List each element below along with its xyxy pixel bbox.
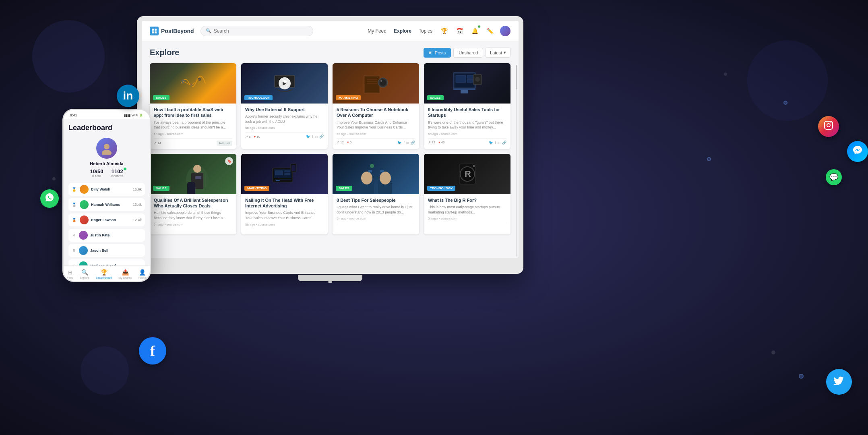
svg-text:R: R [465, 169, 471, 179]
twitter-share-3[interactable]: 🐦 [397, 141, 402, 145]
filter-latest-dropdown[interactable]: Latest ▾ [486, 48, 510, 58]
compose-button[interactable]: ✏️ [485, 26, 495, 36]
twitter-share-2[interactable]: 🐦 [306, 135, 310, 139]
linkedin-share-3[interactable]: in [406, 141, 409, 145]
svg-rect-35 [187, 182, 195, 194]
phone-nav-myshares[interactable]: 📤 My Shares [118, 269, 132, 279]
facebook-icon[interactable]: f [139, 337, 166, 365]
app-header: PostBeyond 🔍 My Feed Explore Topics 🏆 📅 … [142, 21, 519, 41]
main-content: Explore All Posts Unshared Latest ▾ [142, 41, 519, 258]
phone-content: Leaderboard Heberti Almeida 10/50 RANK 1… [64, 119, 150, 265]
article-card-4[interactable]: SALES 9 Incredibly Useful Sales Tools fo… [424, 63, 510, 149]
card-actions-2: ↗ 6 ♥ 10 🐦 f in [245, 132, 324, 139]
nav-myfeed[interactable]: My Feed [368, 28, 386, 34]
phone-nav-explore[interactable]: 🔍 Explore [80, 269, 89, 279]
facebook-share-2[interactable]: f [312, 135, 313, 139]
phone-nav-feed[interactable]: ⊞ Feed [67, 269, 73, 279]
logo-text: PostBeyond [161, 28, 194, 34]
facebook-share-4[interactable]: f [495, 141, 496, 145]
share-icons-3: 🐦 f in 🔗 [397, 141, 415, 145]
facebook-share-3[interactable]: f [403, 141, 405, 145]
card-body-2: Why Use External It Support Apple's form… [241, 104, 328, 142]
svg-point-57 [104, 144, 110, 149]
card-tag-5: SALES [153, 186, 169, 191]
lb-item-5[interactable]: 5 Jason Bell [68, 244, 145, 257]
card-title-5: Qualities Of A Brilliant Salesperson Who… [154, 197, 232, 209]
messenger-icon[interactable] [847, 141, 868, 162]
trophy-button[interactable]: 🏆 [439, 26, 449, 36]
filter-buttons: All Posts Unshared Latest ▾ [424, 48, 510, 58]
lb-item-1[interactable]: 🥇 Billy Walsh 15.6k [68, 183, 145, 196]
chat-symbol: 💬 [829, 173, 838, 182]
chat-bubble-icon[interactable]: 💬 [826, 169, 842, 185]
linkedin-icon[interactable]: in [117, 85, 139, 107]
article-card-2[interactable]: ▶ TECHNOLOGY Why Use External It Support… [241, 63, 328, 149]
lb-avatar-5 [79, 246, 88, 255]
article-card-6[interactable]: MARKETING Nailing It On The Head With Fr… [241, 154, 328, 234]
chevron-down-icon: ▾ [504, 50, 506, 55]
card-tag-6: MARKETING [244, 186, 269, 191]
article-card-7[interactable]: SALES 8 Best Tips For Salespeople I gues… [333, 154, 419, 234]
instagram-symbol [824, 120, 833, 133]
card-tag-3: MARKETING [336, 95, 361, 100]
profile-avatar [96, 138, 117, 159]
phone-nav-leaderboard[interactable]: 🏆 Leaderboard [96, 269, 112, 279]
scrollbar-thumb[interactable] [516, 65, 517, 89]
share-count-3: ↗ 12 [337, 141, 344, 144]
whatsapp-icon[interactable] [40, 189, 59, 208]
card-body-4: 9 Incredibly Useful Sales Tools for Star… [424, 104, 510, 148]
nav-topics[interactable]: Topics [419, 28, 432, 34]
article-card-3[interactable]: MARKETING 5 Reasons To Choose A Notebook… [333, 63, 419, 149]
card-tag-1: SALES [153, 95, 169, 100]
notification-badge [477, 25, 481, 28]
filter-unshared[interactable]: Unshared [453, 48, 483, 58]
search-bar[interactable]: 🔍 [200, 26, 313, 36]
explore-icon: 🔍 [81, 269, 88, 276]
card-desc-8: This is how most early-stage startups pu… [428, 205, 506, 215]
svg-point-52 [370, 164, 374, 168]
search-input[interactable] [214, 28, 308, 34]
lb-score-1: 15.6k [133, 187, 142, 191]
like-count-3: ♥ 6 [347, 141, 351, 144]
link-share-2[interactable]: 🔗 [319, 135, 324, 139]
instagram-icon[interactable] [818, 116, 839, 137]
lb-item-2[interactable]: 🥈 Hannah Williams 13.4k [68, 198, 145, 211]
card-title-1: How I built a profitable SaaS web app: f… [154, 107, 232, 118]
card-meta-1: 5h ago • source.com [154, 132, 232, 136]
svg-rect-6 [155, 31, 157, 33]
link-share-4[interactable]: 🔗 [502, 141, 506, 145]
nav-explore[interactable]: Explore [394, 28, 411, 34]
linkedin-share-4[interactable]: in [498, 141, 500, 145]
search-icon: 🔍 [206, 28, 211, 33]
bookmark-icon-5[interactable]: 🔖 [227, 159, 231, 163]
card-desc-4: If's were one of the thousand "guru's" o… [428, 120, 506, 130]
svg-rect-51 [380, 170, 384, 172]
article-card-1[interactable]: SALES How I built a profitable SaaS web … [150, 63, 236, 149]
lb-item-4[interactable]: 4 Justin Patel [68, 229, 145, 242]
share-count-1: ↗ 14 [154, 141, 161, 145]
points-badge [124, 168, 126, 170]
lb-score-3: 12.4k [133, 218, 142, 222]
myshares-icon: 📤 [122, 269, 129, 276]
link-share-3[interactable]: 🔗 [411, 141, 415, 145]
lb-item-6[interactable]: 6 Madison Wood [68, 259, 145, 265]
article-card-8[interactable]: R TECHNOLOGY What Is The Big R For? This… [424, 154, 510, 234]
linkedin-share-2[interactable]: in [315, 135, 318, 139]
notifications-button[interactable]: 🔔 [469, 26, 480, 36]
calendar-button[interactable]: 📅 [454, 26, 465, 36]
lb-name-4: Justin Patel [90, 233, 139, 237]
leaderboard-label: Leaderboard [96, 276, 112, 279]
app-logo[interactable]: PostBeyond [150, 27, 194, 35]
twitter-icon[interactable] [826, 369, 852, 395]
phone-nav-profile[interactable]: 👤 Profile [138, 269, 147, 279]
play-button-2[interactable]: ▶ [279, 77, 291, 89]
card-stats-4: ↗ 32 ♥ 46 [428, 141, 445, 144]
twitter-share-4[interactable]: 🐦 [489, 141, 493, 145]
article-card-5[interactable]: SALES 🔖 Qualities Of A Brilliant Salespe… [150, 154, 236, 234]
user-avatar[interactable] [500, 26, 510, 36]
lb-avatar-1 [80, 185, 89, 194]
card-meta-8: 5h ago • source.com [428, 217, 506, 220]
lb-item-3[interactable]: 🥉 Roger Lawson 12.4k [68, 213, 145, 226]
filter-all-posts[interactable]: All Posts [424, 48, 451, 58]
share-icons-4: 🐦 f in 🔗 [489, 141, 506, 145]
